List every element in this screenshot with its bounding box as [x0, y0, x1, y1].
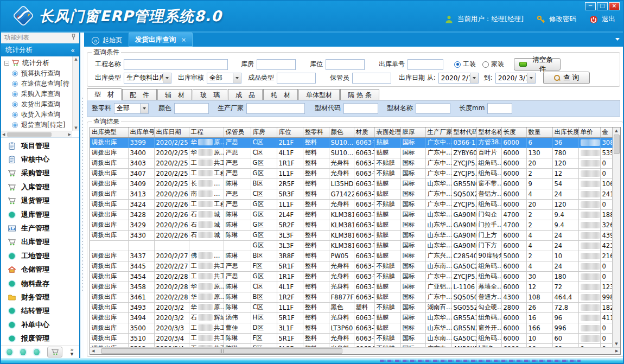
sidebar-item-物料盘存[interactable]: 物料盘存 — [1, 277, 79, 290]
outbound-type-select[interactable]: 生产领料出库 — [124, 73, 171, 84]
tree-item-发货出库查询[interactable]: 发货出库查询 — [4, 99, 72, 110]
column-header-长度[interactable]: 长度 — [501, 127, 526, 137]
product-type-input[interactable] — [277, 73, 316, 84]
manufacturer-input[interactable] — [246, 103, 305, 114]
change-password-link[interactable]: 修改密码 — [549, 15, 576, 24]
material-tab-辅材[interactable]: 辅 材 — [157, 89, 192, 100]
sidebar-item-报废管理[interactable]: 报废管理 — [1, 331, 79, 345]
clear-conditions-button[interactable]: 清空条件 — [514, 58, 561, 71]
radio-gongzhuang[interactable]: 工装 — [454, 60, 476, 69]
table-row[interactable]: 调拨出库34292020/2/26石城陈琳G区5R2F整料KLM38176063… — [90, 220, 612, 230]
footer-dot-icon[interactable] — [34, 349, 40, 355]
column-header-型材名称[interactable]: 型材名称 — [476, 127, 501, 137]
footer-cart-button[interactable] — [47, 347, 62, 357]
sidebar-item-结转管理[interactable]: 结转管理 — [1, 304, 79, 318]
column-header-颜色[interactable]: 颜色 — [329, 127, 354, 137]
table-row[interactable]: 调拨出库34282020/2/26石城陈琳G区2L4F整料KLM38176063… — [90, 209, 612, 220]
tree-item-收货入库查询[interactable]: 收货入库查询 — [4, 110, 72, 120]
warehouse-input[interactable] — [257, 59, 296, 70]
material-tab-成品[interactable]: 成 品 — [228, 89, 263, 100]
grid-horizontal-scrollbar[interactable]: ◀▶ — [90, 347, 620, 354]
table-row[interactable]: 调拨出库34002020/2/25华原…严思C区4L1F整料SU10…6063-… — [90, 148, 612, 158]
grid-vertical-scrollbar[interactable]: ▲▼ — [613, 127, 620, 347]
footer-dot-icon[interactable] — [20, 349, 26, 355]
material-tab-配件[interactable]: 配 件 — [122, 89, 157, 100]
sidebar-item-采购管理[interactable]: 采购管理 — [1, 167, 79, 180]
tree-item-采购入库查询[interactable]: 采购入库查询 — [4, 89, 72, 99]
column-header-出库长度[interactable]: 出库长度 — [552, 127, 578, 137]
material-tab-型材[interactable]: 型 材 — [87, 88, 122, 100]
sidebar-item-退库管理[interactable]: 退库管理 — [1, 208, 79, 221]
table-row[interactable]: 调拨出库34092020/2/25长…陈琳B区2R5F整料LI35HD6063-… — [90, 178, 612, 189]
sidebar-item-退货管理[interactable]: 退货管理 — [1, 194, 79, 208]
tree-root-stats[interactable]: − 统计分析 — [4, 58, 72, 68]
sidebar-item-补单中心[interactable]: 补单中心 — [1, 318, 79, 331]
outbound-order-input[interactable] — [407, 59, 443, 70]
table-row[interactable]: 调拨出库35122020/3/4工共工程陈琳F区1L2F整料光身料6063-T5… — [90, 343, 612, 347]
material-tab-耗材[interactable]: 耗 材 — [263, 89, 298, 100]
tree-item-退货查询[待定][interactable]: 退货查询[待定] — [4, 120, 72, 130]
stats-section-header[interactable]: 统计分析 « — [1, 43, 79, 56]
tab-close-icon[interactable]: × — [181, 36, 186, 43]
sidebar-item-工地管理[interactable]: 工地管理 — [1, 249, 79, 263]
column-header-型材代码[interactable]: 型材代码 — [451, 127, 476, 137]
table-row[interactable]: 调拨出库34582020/2/28华原…陈琳C区4L1F整料光身料6063-T5… — [90, 282, 612, 292]
collapse-icon[interactable]: « — [71, 46, 75, 54]
table-row[interactable]: 调拨出库34372020/2/27佛…陈琳B区3R8F整料PW056063-T5… — [90, 251, 612, 261]
color-input[interactable] — [174, 103, 209, 114]
table-row[interactable]: 调拨出库34452020/2/27工共工程严思F区5R1F整料光身料6063-T… — [90, 261, 612, 271]
tab-list-dropdown-icon[interactable] — [615, 38, 620, 41]
table-row[interactable]: 调拨出库34932020/3/2华原…陈琳C区1L1F整料黑色塑料不贴膜国标湖南… — [90, 302, 612, 312]
pin-icon[interactable] — [71, 34, 76, 42]
outbound-audit-select[interactable]: 全部 — [207, 73, 241, 84]
column-header-工程[interactable]: 工程 — [189, 127, 224, 137]
tree-horizontal-scrollbar[interactable]: ◀▶ — [1, 131, 72, 137]
table-row[interactable]: 调拨出库34302020/2/26石城陈琳G区3L3F整料KLM38176063… — [90, 230, 612, 240]
table-row[interactable]: 调拨出库34132020/2/26南…严思C区5R3F整料G714226063-… — [90, 189, 612, 199]
column-header-材质[interactable]: 材质 — [354, 127, 374, 137]
column-header-库房[interactable]: 库房 — [251, 127, 277, 137]
sidebar-item-生产管理[interactable]: 生产管理 — [1, 221, 79, 235]
material-tab-玻璃[interactable]: 玻 璃 — [193, 89, 227, 100]
length-input[interactable] — [487, 103, 512, 114]
date-from-picker[interactable]: 2020/ 2/16 — [438, 73, 479, 84]
tab-shipment-outbound-query[interactable]: 发货出库查询 × — [129, 33, 193, 47]
profile-code-input[interactable] — [343, 103, 378, 114]
tree-vertical-scrollbar[interactable]: ▲▼ — [72, 56, 79, 131]
table-row[interactable]: 调拨出库34242020/2/26工工程严思G区1L1F整料光身料6063-T5… — [90, 199, 612, 209]
date-to-picker[interactable]: 2020/ 3/16 — [495, 73, 536, 84]
tab-home[interactable]: ⌂ 起始页 — [85, 34, 129, 47]
hscroll-thumb[interactable] — [101, 348, 342, 354]
material-tab-隔热条[interactable]: 隔 热 条 — [340, 89, 379, 100]
close-button[interactable]: × — [609, 2, 620, 10]
sidebar-item-财务管理[interactable]: 财务管理 — [1, 290, 79, 304]
location-input[interactable] — [326, 59, 365, 70]
column-header-数量[interactable]: 数量 — [526, 127, 552, 137]
column-header-保管员[interactable]: 保管员 — [224, 127, 251, 137]
profile-name-input[interactable] — [416, 103, 450, 114]
table-row[interactable]: 调拨出库33992020/2/25华原…严思C区2L1F整料SU10…6063-… — [90, 137, 612, 148]
footer-dot-icon[interactable] — [7, 349, 12, 355]
column-header-生产厂家[interactable]: 生产厂家 — [425, 127, 451, 137]
table-row[interactable]: G区3L3F整料KLM38176063-T5贴膜国标山东华…GA90M09.门下… — [90, 240, 612, 251]
sidebar-item-项目管理[interactable]: 项目管理 — [1, 139, 79, 152]
sidebar-item-审核中心[interactable]: 审核中心 — [1, 152, 79, 166]
column-header-金[interactable]: 金 — [600, 127, 612, 137]
column-header-出库日期[interactable]: 出库日期 — [154, 127, 189, 137]
maximize-button[interactable]: □ — [597, 2, 608, 10]
radio-jiazhuang[interactable]: 家装 — [482, 60, 504, 69]
sidebar-item-出库管理[interactable]: 出库管理 — [1, 235, 79, 249]
column-header-膜厚[interactable]: 膜厚 — [400, 127, 425, 137]
table-row[interactable]: 调拨出库35102020/3/4工共工程陈琳F区5R1F整料光身料6063-T5… — [90, 333, 612, 343]
vscroll-thumb[interactable] — [614, 135, 620, 154]
logout-link[interactable]: 退出 — [602, 15, 615, 24]
tree-expand-icon[interactable]: − — [4, 61, 9, 66]
column-header-出库类型[interactable]: 出库类型 — [90, 127, 128, 137]
column-header-单价[interactable]: 单价 — [578, 127, 600, 137]
table-row[interactable]: 调拨出库34032020/2/25工共工程严思G区1R1F整料光身料6063-T… — [90, 158, 612, 168]
material-tab-单体型材[interactable]: 单体型材 — [298, 89, 340, 100]
sidebar-item-入库管理[interactable]: 入库管理 — [1, 180, 79, 194]
table-row[interactable]: 调拨出库34072020/2/25工工程严思G区1L1F整料光身料6063-T5… — [90, 168, 612, 178]
tree-item-预算执行查询[interactable]: 预算执行查询 — [4, 68, 72, 79]
column-header-表面处理[interactable]: 表面处理 — [374, 127, 400, 137]
